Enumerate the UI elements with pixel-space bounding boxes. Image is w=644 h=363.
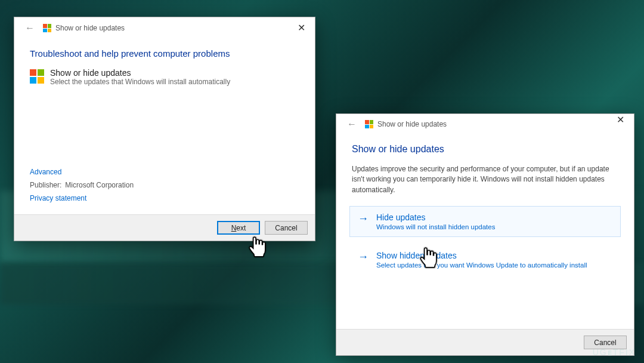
page-headline: Troubleshoot and help prevent computer p…: [30, 48, 299, 59]
option-title: Hide updates: [376, 213, 495, 222]
page-headline: Show or hide updates: [352, 144, 618, 155]
titlebar: ← Show or hide updates ✕: [14, 17, 315, 39]
option-show-hidden-updates[interactable]: → Show hidden updates Select updates tha…: [349, 244, 621, 275]
watermark: UGᴇTFIX: [593, 347, 636, 357]
close-icon[interactable]: ✕: [294, 23, 309, 33]
dialog-footer: Next Cancel: [14, 214, 315, 241]
back-button[interactable]: ←: [23, 23, 37, 33]
dialog-content: Show or hide updates Updates improve the…: [336, 137, 634, 329]
titlebar: ← Show or hide updates ✕: [336, 114, 634, 137]
arrow-right-icon: →: [357, 251, 369, 262]
next-button[interactable]: Next: [217, 221, 260, 235]
next-button-label-rest: ext: [236, 224, 246, 232]
troubleshooter-dialog-options: ← Show or hide updates ✕ Show or hide up…: [336, 113, 634, 356]
publisher-row: Publisher: Microsoft Corporation: [30, 181, 299, 189]
publisher-label: Publisher:: [30, 181, 63, 189]
option-subtitle: Select updates that you want Windows Upd…: [376, 262, 587, 269]
close-icon[interactable]: ✕: [613, 115, 628, 125]
troubleshooter-title: Show or hide updates: [50, 68, 230, 78]
publisher-value: Microsoft Corporation: [65, 181, 134, 189]
microsoft-logo-icon: [43, 24, 51, 32]
window-title: Show or hide updates: [377, 120, 447, 128]
troubleshooter-item: Show or hide updates Select the updates …: [30, 68, 299, 86]
meta-block: Advanced Publisher: Microsoft Corporatio…: [30, 164, 299, 214]
back-button[interactable]: ←: [345, 119, 359, 130]
page-description: Updates improve the security and perform…: [352, 164, 618, 195]
option-hide-updates[interactable]: → Hide updates Windows will not install …: [349, 206, 621, 237]
microsoft-logo-icon: [30, 69, 44, 84]
dialog-content: Troubleshoot and help prevent computer p…: [14, 39, 315, 214]
cancel-button[interactable]: Cancel: [265, 221, 308, 235]
troubleshooter-dialog-intro: ← Show or hide updates ✕ Troubleshoot an…: [14, 17, 315, 241]
option-title: Show hidden updates: [376, 251, 587, 260]
window-title: Show or hide updates: [55, 24, 125, 32]
advanced-link[interactable]: Advanced: [30, 168, 299, 176]
dialog-footer: Cancel: [336, 329, 634, 355]
microsoft-logo-icon: [365, 120, 373, 128]
arrow-right-icon: →: [357, 213, 369, 224]
privacy-link[interactable]: Privacy statement: [30, 194, 299, 202]
troubleshooter-subtitle: Select the updates that Windows will ins…: [50, 78, 230, 86]
option-subtitle: Windows will not install hidden updates: [376, 223, 495, 230]
